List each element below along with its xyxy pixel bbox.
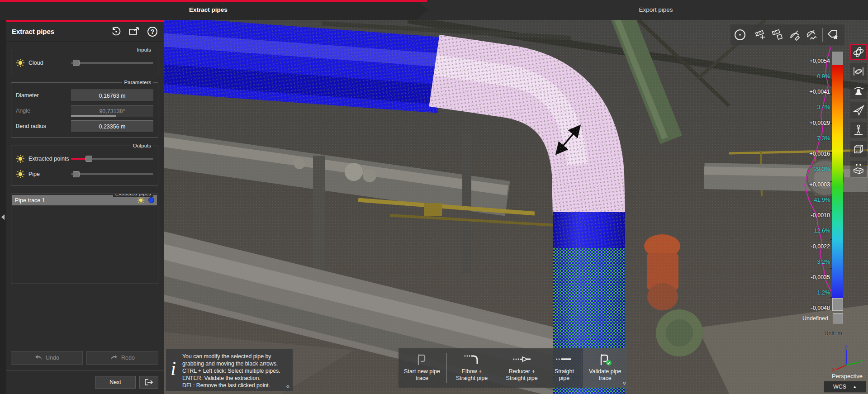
extract-pipes-panel: Extract pipes ? Inputs <box>6 20 164 394</box>
outputs-group-label: Outputs <box>131 142 153 149</box>
orbit-mode-button[interactable] <box>850 44 867 60</box>
measure-profile-button[interactable] <box>803 24 821 45</box>
extracted-points-slider[interactable] <box>71 155 153 162</box>
angle-row: Angle 90,73138° <box>16 104 153 117</box>
scale-percent: 3,2% <box>817 259 830 265</box>
scale-percent: 3,4% <box>817 104 830 110</box>
caret-up-icon: ▲ <box>853 385 857 389</box>
validate-pipe-trace-icon <box>598 353 612 366</box>
diameter-label: Diameter <box>16 92 71 99</box>
panel-title: Extract pipes <box>12 28 110 35</box>
inputs-group: Inputs Cloud <box>11 50 158 74</box>
scale-percent: 1,2% <box>817 290 830 296</box>
extracted-points-label: Extracted points <box>28 156 71 162</box>
info-collapse-icon[interactable]: « <box>286 383 289 389</box>
info-tooltip: i You can modify the selected pipe by gr… <box>166 349 293 391</box>
pipe-bulb-icon[interactable] <box>16 170 25 179</box>
axis-triad: Z Y X <box>831 345 863 373</box>
tab-extract-pipes-label[interactable]: Extract pipes <box>0 0 417 20</box>
scale-percent: 12,6% <box>814 228 830 234</box>
cloud-opacity-slider[interactable] <box>71 59 153 66</box>
clipping-box-icon <box>853 163 864 175</box>
person-orbit-icon <box>853 85 864 97</box>
undefined-row: Undefined <box>802 313 843 323</box>
orbit-constrained-icon <box>853 66 864 77</box>
annotation-button[interactable] <box>825 24 842 45</box>
next-button[interactable]: Next <box>95 376 136 389</box>
toolbar-collapse-icon[interactable]: « <box>621 382 627 385</box>
svg-text:?: ? <box>151 28 155 35</box>
start-new-pipe-trace-button[interactable]: Start new pipe trace <box>398 348 446 388</box>
clipping-box-button[interactable] <box>850 161 867 177</box>
scale-value: +0,0003 <box>809 181 830 188</box>
panel-separator <box>6 370 164 370</box>
fly-mode-button[interactable] <box>850 102 867 119</box>
straight-pipe-button[interactable]: Straight pipe <box>548 348 580 388</box>
extracted-pipes-group-label: Extracted pipes <box>113 194 153 197</box>
limit-box-tool[interactable] <box>730 24 749 45</box>
reset-icon[interactable] <box>110 26 122 38</box>
pipe-row: Pipe <box>16 168 153 180</box>
scale-value: +0,0016 <box>809 151 830 157</box>
parameters-group-label: Parameters <box>122 79 153 86</box>
outputs-group: Outputs Extracted points <box>11 146 158 185</box>
scale-value: -0,0035 <box>811 274 830 280</box>
cloud-row: Cloud <box>16 57 153 69</box>
info-text: You can modify the selected pipe by grab… <box>182 353 289 389</box>
exit-button[interactable] <box>139 376 158 389</box>
pipe-trace-bulb-icon[interactable] <box>137 196 145 204</box>
cube-icon <box>853 143 864 155</box>
color-scale-labels: +0,0054 0,9% +0,0041 3,4% +0,0029 7,3% +… <box>791 58 830 311</box>
pipe-trace-name: Pipe trace 1 <box>15 197 137 204</box>
extracted-points-bulb-icon[interactable] <box>16 154 25 163</box>
3d-viewport[interactable]: +0,0054 0,9% +0,0041 3,4% +0,0029 7,3% +… <box>164 20 868 394</box>
pipe-trace-icon <box>415 353 429 366</box>
walk-mode-button[interactable] <box>850 122 867 138</box>
parameters-group: Parameters Diameter 0,16763 m Angle 90,7… <box>11 82 158 138</box>
elbow-straight-pipe-button[interactable]: Elbow + Straight pipe <box>448 348 496 388</box>
examine-mode-button[interactable] <box>850 83 867 99</box>
constrained-orbit-button[interactable] <box>850 63 867 80</box>
undefined-color-swatch[interactable] <box>833 313 843 323</box>
measure-distance-button[interactable] <box>769 24 786 45</box>
navigation-toolbar <box>850 44 867 177</box>
scale-value: -0,0022 <box>811 243 830 250</box>
scale-percent: 0,9% <box>817 73 830 80</box>
reducer-straight-pipe-button[interactable]: Reducer + Straight pipe <box>496 348 548 388</box>
scale-percent: 7,3% <box>817 135 830 142</box>
wcs-dropdown[interactable]: WCS ▲ <box>824 381 866 393</box>
unit-label: Unit: m <box>824 330 842 337</box>
toolbar-separator <box>582 353 582 383</box>
tab-export-pipes[interactable]: Export pipes <box>525 0 787 20</box>
tab-arrow-shape <box>417 0 428 20</box>
export-panel-icon[interactable] <box>128 26 140 38</box>
pipe-tools-toolbar: Start new pipe trace Elbow + Straight pi… <box>398 348 627 388</box>
scale-value: +0,0054 <box>809 58 830 64</box>
ruler-box-icon <box>772 29 783 41</box>
protractor-wave-icon <box>806 29 818 41</box>
redo-button[interactable]: Redo <box>86 351 158 365</box>
pipe-opacity-slider[interactable] <box>71 171 153 178</box>
workflow-tabbar: Extract pipes Export pipes <box>0 0 868 20</box>
redo-arrow-icon <box>110 355 118 361</box>
color-scale-bar[interactable] <box>832 52 843 318</box>
elbow-pipe-icon <box>464 354 480 366</box>
measure-angle-button[interactable] <box>786 24 803 45</box>
tag-star-icon <box>827 29 840 41</box>
diameter-field[interactable]: 0,16763 m <box>71 90 153 102</box>
collapse-arrow-icon <box>1 214 5 220</box>
svg-text:Y: Y <box>860 359 863 365</box>
add-measure-button[interactable] <box>752 24 769 45</box>
pipe-trace-color-swatch[interactable] <box>148 197 154 203</box>
help-icon[interactable]: ? <box>147 26 158 38</box>
view-cube-button[interactable] <box>850 141 867 157</box>
paper-plane-icon <box>853 104 864 116</box>
scale-percent: 41,9% <box>814 197 830 203</box>
cloud-visibility-bulb-icon[interactable] <box>16 58 25 67</box>
undo-arrow-icon <box>34 355 43 361</box>
reducer-pipe-icon <box>512 354 531 366</box>
panel-collapse-strip[interactable] <box>0 20 6 394</box>
undo-button[interactable]: Undo <box>11 351 83 365</box>
scale-percent: 29,3% <box>814 166 830 172</box>
bend-radius-field[interactable]: 0,23356 m <box>71 120 153 133</box>
